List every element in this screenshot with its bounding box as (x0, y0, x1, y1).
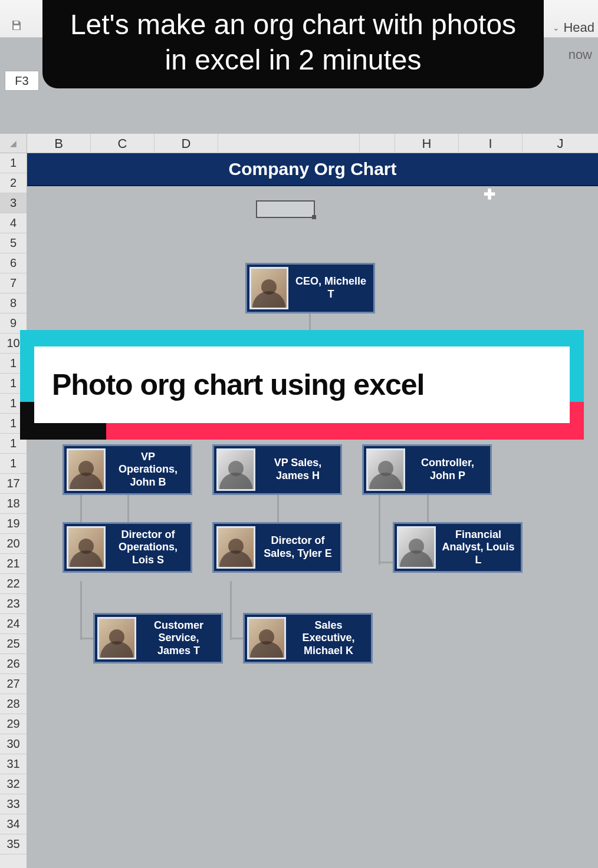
org-node-dir-ops[interactable]: Director of Operations, Lois S (63, 522, 192, 573)
row-header[interactable]: 34 (0, 814, 27, 834)
row-header[interactable]: 1 (0, 454, 27, 474)
row-header[interactable]: 23 (0, 594, 27, 614)
org-node-label: Financial Analyst, Louis L (441, 529, 516, 567)
row-header[interactable]: 2 (0, 173, 27, 193)
ribbon-now-label: now (569, 47, 592, 62)
org-connector (230, 581, 232, 640)
panel-title-text: Photo org chart using excel (52, 368, 424, 402)
org-node-cust-svc[interactable]: Customer Service, James T (93, 613, 223, 664)
row-header[interactable]: 6 (0, 253, 27, 273)
row-header-col: 1 2 3 4 5 6 7 8 9 10 1 1 1 1 1 1 17 18 1… (0, 153, 27, 868)
ribbon-heading-label: Head (563, 20, 594, 35)
row-header[interactable]: 29 (0, 714, 27, 734)
avatar (366, 448, 405, 491)
row-header[interactable]: 18 (0, 494, 27, 514)
row-header[interactable]: 32 (0, 774, 27, 794)
ribbon-heading-dropdown[interactable]: ⌄ Head (553, 20, 594, 35)
panel-title-box: Photo org chart using excel (34, 346, 570, 423)
select-all-corner[interactable]: ◢ (0, 134, 27, 153)
avatar (97, 617, 136, 659)
org-connector (127, 494, 129, 523)
column-header[interactable] (218, 134, 360, 153)
row-header[interactable]: 4 (0, 213, 27, 233)
row-header[interactable]: 5 (0, 233, 27, 253)
org-node-label: Customer Service, James T (141, 619, 216, 658)
row-header[interactable]: 7 (0, 273, 27, 293)
row-header[interactable]: 31 (0, 754, 27, 774)
row-header[interactable]: 25 (0, 634, 27, 654)
avatar (216, 448, 255, 491)
avatar (67, 526, 106, 569)
org-connector (309, 312, 311, 330)
org-node-sales-exec[interactable]: Sales Executive, Michael K (243, 613, 373, 664)
org-node-label: VP Operations, John B (110, 451, 186, 489)
row-header[interactable]: 33 (0, 794, 27, 814)
cursor-icon: ✚ (484, 186, 495, 203)
avatar (249, 267, 288, 309)
avatar (397, 526, 436, 569)
org-node-label: VP Sales, James H (260, 457, 336, 482)
save-icon[interactable] (8, 19, 25, 32)
column-header[interactable]: D (155, 134, 218, 153)
org-node-fin-analyst[interactable]: Financial Analyst, Louis L (393, 522, 523, 573)
svg-rect-1 (14, 25, 19, 29)
sheet-title-bar: Company Org Chart (27, 153, 598, 186)
row-header[interactable]: 22 (0, 574, 27, 594)
row-header[interactable]: 21 (0, 554, 27, 574)
row-header[interactable]: 17 (0, 474, 27, 494)
row-header[interactable]: 8 (0, 293, 27, 313)
org-connector (80, 581, 82, 640)
active-cell-outline (256, 200, 315, 218)
org-node-ceo[interactable]: CEO, Michelle T (245, 263, 375, 313)
video-caption-text: Let's make an org chart with photos in e… (70, 9, 516, 75)
org-node-label: Director of Sales, Tyler E (260, 534, 336, 560)
org-connector (379, 494, 380, 565)
sheet-title: Company Org Chart (228, 159, 396, 179)
org-node-label: CEO, Michelle T (293, 275, 369, 301)
row-header[interactable]: 19 (0, 514, 27, 534)
org-connector (427, 494, 429, 523)
column-header[interactable]: B (27, 134, 91, 153)
column-header[interactable]: J (523, 134, 598, 153)
column-header[interactable]: H (395, 134, 459, 153)
video-caption: Let's make an org chart with photos in e… (42, 0, 544, 88)
row-header[interactable]: 30 (0, 734, 27, 754)
column-header[interactable] (360, 134, 395, 153)
row-header[interactable]: 27 (0, 674, 27, 694)
row-header[interactable]: 1 (0, 153, 27, 173)
worksheet-canvas[interactable]: Company Org Chart ✚ CEO, Michelle T VP O… (27, 153, 598, 868)
column-header[interactable]: C (91, 134, 155, 153)
org-node-dir-sales[interactable]: Director of Sales, Tyler E (212, 522, 342, 573)
org-connector (230, 638, 244, 639)
avatar (247, 617, 286, 659)
org-connector (80, 638, 94, 639)
avatar (67, 448, 106, 491)
column-header[interactable]: I (459, 134, 523, 153)
name-box[interactable]: F3 (5, 71, 39, 91)
org-node-label: Sales Executive, Michael K (291, 619, 366, 658)
org-node-label: Controller, John P (410, 457, 485, 482)
name-box-value: F3 (15, 74, 28, 88)
org-node-controller[interactable]: Controller, John P (362, 444, 492, 495)
org-connector (277, 494, 279, 523)
svg-rect-0 (14, 21, 18, 24)
row-header[interactable]: 3 (0, 193, 27, 213)
row-header[interactable]: 20 (0, 534, 27, 554)
avatar (216, 526, 255, 569)
org-node-vp-sales[interactable]: VP Sales, James H (212, 444, 342, 495)
column-header-row: ◢ B C D H I J (0, 133, 598, 153)
title-panel: Photo org chart using excel (20, 330, 584, 440)
chevron-down-icon: ⌄ (553, 23, 560, 32)
org-node-label: Director of Operations, Lois S (110, 529, 186, 567)
row-header[interactable]: 35 (0, 834, 27, 854)
org-node-vp-ops[interactable]: VP Operations, John B (63, 444, 192, 495)
row-header[interactable]: 28 (0, 694, 27, 714)
row-header[interactable]: 24 (0, 614, 27, 634)
row-header[interactable]: 26 (0, 654, 27, 674)
